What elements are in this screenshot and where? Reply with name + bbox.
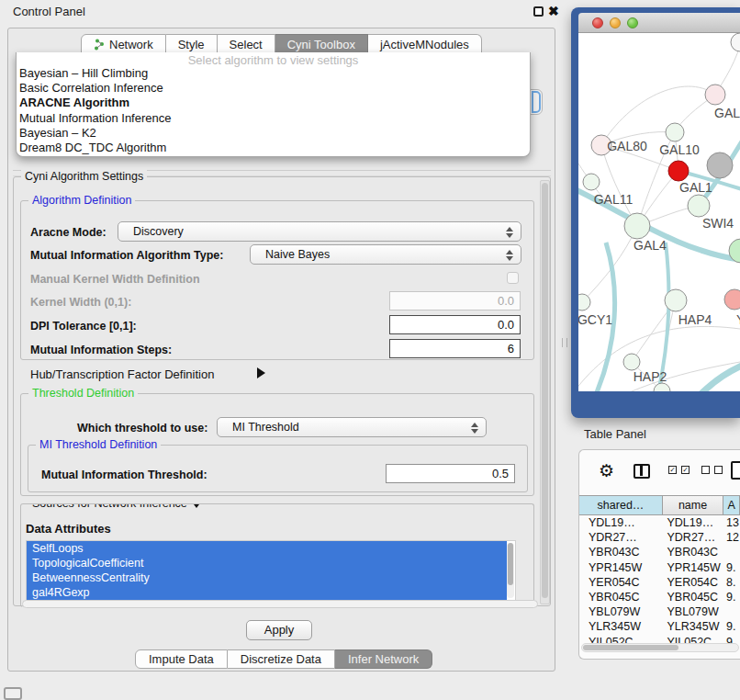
network-canvas[interactable]: GALGAL80GAL10GAL1GAL11SWI4GAL4GCY1HAP4YH… <box>578 33 740 391</box>
table-row[interactable]: YBL079WYBL079W <box>579 604 740 619</box>
table-cell[interactable]: YBL079W <box>663 604 724 619</box>
collapse-arrow-icon[interactable] <box>191 503 202 508</box>
network-node[interactable] <box>583 174 600 190</box>
mi-threshold-field[interactable]: 0.5 <box>386 464 515 483</box>
unchecked-box-icon[interactable] <box>714 466 723 474</box>
table-cell[interactable]: YBR045C <box>579 590 663 604</box>
table-cell[interactable]: YDR27… <box>579 530 663 545</box>
split-columns-icon[interactable] <box>633 464 650 479</box>
table-cell[interactable]: YPR145W <box>579 560 663 575</box>
tab-impute-data[interactable]: Impute Data <box>135 649 228 669</box>
network-node[interactable] <box>688 195 710 217</box>
column-header[interactable]: shared… <box>579 496 663 514</box>
algorithm-option[interactable]: Mutual Information Inference <box>17 111 530 126</box>
kernel-width-field[interactable]: 0.0 <box>389 291 521 310</box>
minimize-traffic-light-icon[interactable] <box>610 17 621 28</box>
table-cell[interactable]: YDL19… <box>579 515 663 530</box>
network-node[interactable] <box>705 85 725 105</box>
table-row[interactable]: YPR145WYPR145W9. <box>579 560 740 575</box>
table-cell[interactable]: 9. <box>724 590 740 604</box>
which-threshold-combo[interactable]: MI Threshold <box>217 417 487 437</box>
table-cell[interactable]: 13 <box>724 515 740 530</box>
attribute-item[interactable]: BetweennessCentrality <box>27 570 507 585</box>
attribute-item[interactable]: gal4RGexp <box>27 585 507 600</box>
table-row[interactable]: YDR27…YDR27…12 <box>579 530 740 545</box>
network-node[interactable] <box>624 213 650 239</box>
tab-cyni-toolbox[interactable]: Cyni Toolbox <box>275 34 368 54</box>
network-node[interactable] <box>654 383 670 391</box>
network-edge[interactable] <box>696 364 740 391</box>
algorithm-option[interactable]: Dream8 DC_TDC Algorithm <box>17 141 530 155</box>
attr-list-scrollbar[interactable] <box>507 543 514 598</box>
attribute-item[interactable]: TopologicalCoefficient <box>27 556 507 570</box>
table-cell[interactable]: YDL19… <box>663 515 724 530</box>
algorithm-option[interactable]: Basic Correlation Inference <box>17 81 530 96</box>
table-cell[interactable]: 9. <box>724 560 740 575</box>
aracne-mode-combo[interactable]: Discovery <box>118 221 521 242</box>
table-row[interactable]: YBR045CYBR045C9. <box>579 590 740 604</box>
zoom-traffic-light-icon[interactable] <box>627 17 638 28</box>
expand-arrow-icon[interactable] <box>257 367 265 378</box>
algorithm-option[interactable]: Bayesian – K2 <box>17 126 530 141</box>
splitpane-divider-handle[interactable] <box>562 338 567 347</box>
table-cell[interactable]: YBR045C <box>663 590 724 604</box>
checked-box-icon[interactable]: ✓ <box>668 466 677 474</box>
tab-infer-network[interactable]: Infer Network <box>335 649 432 669</box>
network-node[interactable] <box>668 161 689 181</box>
table-cell[interactable]: YER054C <box>663 575 724 590</box>
table-cell[interactable]: YBL079W <box>579 604 663 619</box>
tab-discretize-data[interactable]: Discretize Data <box>228 649 335 669</box>
network-node[interactable] <box>724 289 740 310</box>
network-node[interactable] <box>578 294 590 310</box>
apply-button[interactable]: Apply <box>246 620 312 640</box>
table-cell[interactable] <box>724 604 740 619</box>
algorithm-option[interactable]: Bayesian – Hill Climbing <box>17 66 530 81</box>
document-icon[interactable] <box>731 461 740 480</box>
table-cell[interactable]: YDR27… <box>663 530 724 545</box>
table-cell[interactable]: YBR043C <box>579 545 663 559</box>
table-cell[interactable]: 9. <box>724 619 740 634</box>
checked-box-icon[interactable]: ✓ <box>681 466 690 474</box>
settings-scrollbar[interactable] <box>540 180 550 604</box>
table-cell[interactable]: YBR043C <box>663 545 724 559</box>
network-node[interactable] <box>707 152 733 178</box>
network-edge[interactable] <box>601 86 715 145</box>
table-row[interactable]: YDL19…YDL19…13 <box>579 515 740 530</box>
table-row[interactable]: YLR345WYLR345W9. <box>579 619 740 634</box>
mi-steps-field[interactable]: 6 <box>389 339 521 358</box>
table-row[interactable]: YBR043CYBR043C <box>579 545 740 559</box>
settings-hscrollbar[interactable] <box>22 600 538 608</box>
column-header[interactable]: A <box>723 496 740 514</box>
table-row[interactable]: YER054CYER054C8. <box>579 575 740 590</box>
minimized-panel-icon[interactable] <box>4 687 22 700</box>
network-node[interactable] <box>623 354 640 370</box>
gear-icon[interactable]: ⚙ <box>599 462 614 480</box>
table-cell[interactable]: YLR345W <box>663 619 724 634</box>
dpi-tolerance-field[interactable]: 0.0 <box>389 315 521 334</box>
close-icon[interactable]: ✖ <box>548 4 559 18</box>
float-window-icon[interactable] <box>533 6 544 17</box>
network-node[interactable] <box>731 33 740 51</box>
table-cell[interactable]: YER054C <box>579 575 663 590</box>
close-traffic-light-icon[interactable] <box>592 17 603 28</box>
hub-definition-label[interactable]: Hub/Transcription Factor Definition <box>30 367 214 381</box>
table-cell[interactable]: 12 <box>724 530 740 545</box>
unchecked-box-icon[interactable] <box>701 466 710 474</box>
attribute-item[interactable]: SelfLoops <box>27 541 507 556</box>
network-window-titlebar[interactable] <box>578 13 740 33</box>
table-cell[interactable]: 8. <box>724 575 740 590</box>
tab-network[interactable]: Network <box>81 34 166 54</box>
tab-style[interactable]: Style <box>166 34 218 54</box>
table-cell[interactable]: YPR145W <box>663 560 724 575</box>
network-node[interactable] <box>666 123 684 141</box>
table-cell[interactable]: YLR345W <box>579 619 663 634</box>
manual-kernel-checkbox[interactable] <box>507 272 519 284</box>
tab-jactivemnodules[interactable]: jActiveMNodules <box>368 34 482 54</box>
data-attributes-list[interactable]: SelfLoopsTopologicalCoefficientBetweenne… <box>26 540 516 602</box>
network-node[interactable] <box>665 289 687 311</box>
column-header[interactable]: name <box>663 496 723 514</box>
tab-select[interactable]: Select <box>218 34 275 54</box>
algorithm-option[interactable]: ARACNE Algorithm <box>17 96 530 110</box>
mi-type-combo[interactable]: Naive Bayes <box>250 244 521 265</box>
table-hscrollbar[interactable] <box>581 643 739 652</box>
